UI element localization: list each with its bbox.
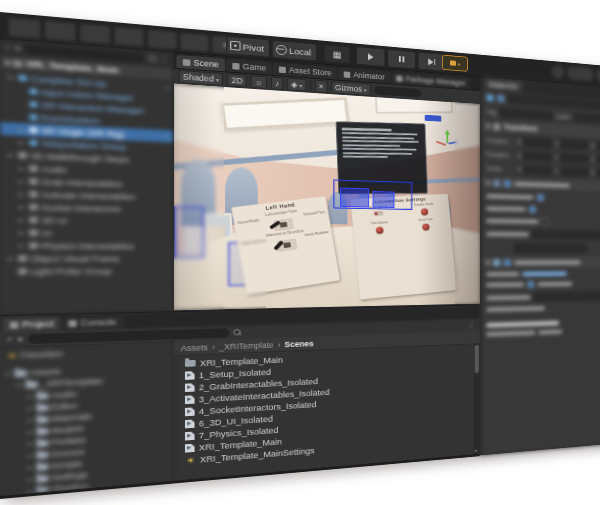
expand-arrow-icon[interactable] [17, 91, 25, 92]
scene-viewport[interactable]: Left Hand Locomotion Type Move/Strafe Te… [174, 84, 479, 311]
scrollbar-thumb[interactable] [475, 345, 479, 373]
gameobject-icon [29, 242, 37, 249]
breadcrumb-xritemplate[interactable]: _XRITemplate [219, 340, 273, 351]
option-move-strafe: Move/Strafe [237, 218, 259, 225]
tab-project-label: Project [22, 319, 54, 330]
chevron-down-icon: ▾ [486, 179, 490, 187]
hierarchy-item[interactable]: ▸ Object Visual Frame [0, 252, 173, 265]
hierarchy-item[interactable]: ▸ Physics Interactables [0, 239, 173, 252]
hand-tool-icon[interactable] [7, 17, 41, 40]
tag-dropdown[interactable] [500, 108, 553, 120]
expand-arrow-icon[interactable]: ▸ [17, 125, 25, 133]
object-field[interactable] [532, 230, 600, 240]
prefab-arrow-icon[interactable]: › [166, 83, 173, 93]
expand-arrow-icon[interactable]: ▸ [17, 203, 25, 211]
local-toggle-button[interactable]: Local [272, 40, 317, 62]
expand-arrow-icon[interactable]: ▸ [28, 416, 32, 424]
tab-console[interactable]: Console [62, 315, 123, 330]
layers-dropdown[interactable] [567, 66, 595, 82]
expand-arrow-icon[interactable]: ▸ [28, 452, 32, 460]
expand-arrow-icon[interactable]: ▸ [28, 475, 32, 483]
active-checkbox[interactable] [497, 95, 504, 103]
create-button[interactable]: + [5, 42, 11, 52]
expand-arrow-icon[interactable]: ▾ [6, 73, 15, 82]
property-checkbox[interactable] [529, 206, 536, 213]
expand-arrow-icon[interactable]: ▸ [17, 381, 21, 389]
hierarchy-panel: + ▾ ⋮ ▾ XRI_Template_Main ▾ Complete Set… [0, 39, 174, 314]
scale-z-field[interactable] [596, 168, 600, 178]
file-icon [185, 407, 195, 416]
transform-tool-icon[interactable] [180, 32, 210, 53]
breadcrumb-assets[interactable]: Assets [181, 342, 208, 352]
component-enabled-checkbox[interactable] [504, 180, 511, 188]
scene-search-input[interactable] [374, 86, 421, 98]
layer-dropdown[interactable] [574, 113, 600, 125]
audio-toggle-button[interactable]: ♪ [271, 77, 283, 90]
hierarchy-item-label: Physics Interactables [41, 241, 134, 251]
hierarchy-item[interactable]: ▸ UI [0, 226, 173, 240]
component-enabled-checkbox[interactable] [504, 259, 511, 266]
rotation-z-field[interactable] [596, 155, 600, 165]
move-tool-icon[interactable] [44, 20, 77, 42]
property-checkbox[interactable] [527, 281, 534, 288]
account-button[interactable] [551, 64, 565, 80]
chevron-down-icon: ▾ [216, 76, 219, 83]
2d-toggle-button[interactable]: 2D [227, 73, 246, 87]
effects-dropdown[interactable]: ◈ ▾ [287, 78, 306, 92]
option-teleport-turn: Teleport/Turn [303, 210, 326, 217]
rotation-y-field[interactable] [560, 153, 588, 163]
tab-project[interactable]: Project [2, 317, 60, 332]
scale-tool-icon[interactable] [113, 26, 144, 48]
expand-arrow-icon[interactable]: ▸ [28, 464, 32, 472]
expand-arrow-icon[interactable]: ▸ [17, 242, 25, 250]
expand-arrow-icon[interactable]: ▸ [17, 164, 25, 172]
expand-arrow-icon[interactable]: ▸ [6, 151, 15, 159]
component-header[interactable]: ▾ [481, 255, 600, 270]
position-z-field[interactable] [596, 142, 600, 152]
scale-x-field[interactable] [523, 165, 552, 175]
expand-arrow-icon[interactable]: ▸ [28, 440, 32, 448]
prefab-arrow-icon[interactable]: › [166, 131, 173, 141]
property-checkbox[interactable] [542, 218, 549, 225]
expand-arrow-icon[interactable]: ▸ [17, 216, 25, 224]
expand-arrow-icon[interactable]: ▸ [28, 404, 32, 412]
expand-arrow-icon[interactable]: ▸ [6, 370, 10, 378]
position-x-field[interactable] [523, 138, 552, 148]
hierarchy-menu-icon[interactable]: ⋮ [159, 54, 169, 64]
breadcrumb-scenes[interactable]: Scenes [284, 339, 313, 349]
position-y-field[interactable] [560, 140, 588, 150]
expand-arrow-icon[interactable]: ▸ [17, 138, 25, 146]
object-field[interactable] [534, 291, 600, 301]
highlighted-dropdown-button[interactable]: ▾ [442, 55, 468, 72]
create-asset-button[interactable]: + [6, 334, 12, 344]
expand-arrow-icon[interactable]: ▸ [28, 392, 32, 400]
hierarchy-item[interactable]: Light Probe Group [0, 264, 173, 278]
project-menu-icon[interactable]: ⋮ [468, 321, 476, 330]
pause-button[interactable] [387, 49, 416, 69]
property-checkbox[interactable] [537, 194, 544, 201]
lighting-toggle-button[interactable]: ☼ [251, 75, 267, 89]
grid-snap-button[interactable]: ▦ [324, 44, 351, 64]
pivot-toggle-button[interactable]: Pivot [226, 36, 270, 58]
enable-strafe-label: Enable Strafe [414, 201, 433, 206]
gameobject-icon [29, 204, 37, 211]
scroll-down-arrow[interactable]: ▾ [475, 447, 478, 453]
rect-tool-icon[interactable] [147, 29, 178, 50]
expand-arrow-icon[interactable]: ▸ [17, 177, 25, 185]
expand-arrow-icon[interactable]: ▸ [17, 229, 25, 237]
scale-y-field[interactable] [560, 167, 588, 177]
rotate-tool-icon[interactable] [79, 23, 111, 45]
project-scrollbar[interactable]: ▾ [474, 343, 480, 454]
folder-icon [36, 392, 48, 400]
expand-arrow-icon[interactable]: ▸ [28, 428, 32, 436]
project-panel: Project Console + ▾ ⋮ ★ Favorites [0, 304, 480, 499]
mode-dropdown[interactable] [514, 244, 586, 253]
rotation-x-field[interactable] [523, 151, 552, 161]
expand-arrow-icon[interactable]: ▸ [17, 190, 25, 198]
play-button[interactable] [356, 46, 385, 67]
folder-icon [36, 416, 48, 424]
layout-dropdown[interactable] [596, 68, 600, 84]
hidden-objects-button[interactable]: × [315, 80, 327, 93]
folder-icon [36, 427, 48, 435]
expand-arrow-icon[interactable]: ▸ [6, 255, 15, 263]
